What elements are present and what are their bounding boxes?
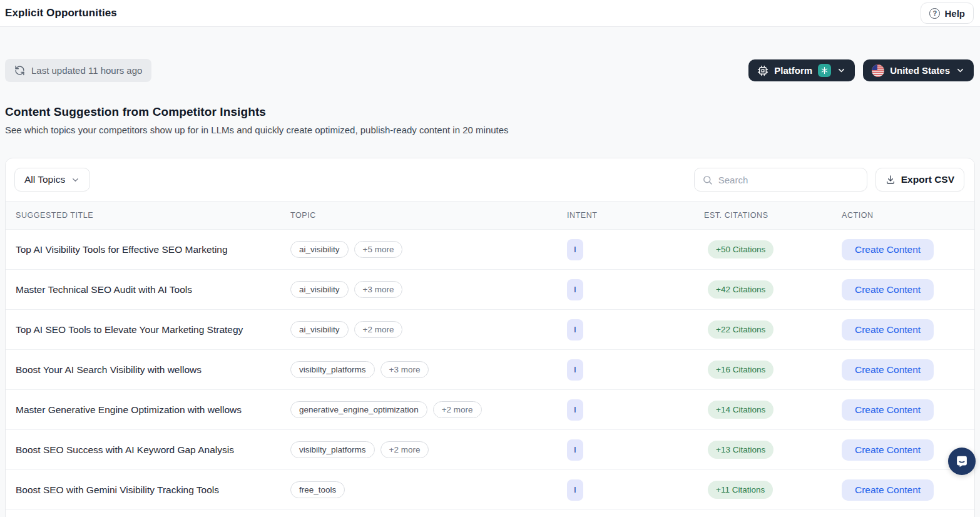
topics-filter-label: All Topics xyxy=(24,174,65,185)
topic-chip[interactable]: visibilty_platforms xyxy=(290,361,375,378)
search-input[interactable] xyxy=(718,175,859,185)
chat-launcher-button[interactable] xyxy=(948,448,976,475)
intent-badge: I xyxy=(567,439,583,461)
create-content-button[interactable]: Create Content xyxy=(842,399,934,421)
export-csv-label: Export CSV xyxy=(901,174,954,185)
region-label: United States xyxy=(890,65,950,76)
citations-badge: +42 Citations xyxy=(708,280,773,299)
page-title: Explicit Opportunities xyxy=(5,7,117,19)
section-title: Content Suggestion from Competitor Insig… xyxy=(5,105,975,119)
suggested-title: Master Generative Engine Optimization wi… xyxy=(16,404,290,416)
column-header-action: Action xyxy=(842,211,974,220)
suggested-title: Top AI Visibility Tools for Effective SE… xyxy=(16,244,290,255)
create-content-button[interactable]: Create Content xyxy=(842,319,934,340)
column-header-suggested-title: Suggested Title xyxy=(16,211,290,220)
topic-chip[interactable]: ai_visibility xyxy=(290,241,349,258)
intent-badge: I xyxy=(567,479,583,501)
column-header-topic: Topic xyxy=(290,211,567,220)
intent-badge: I xyxy=(567,359,583,381)
suggested-title: Boost Your AI Search Visibility with wel… xyxy=(16,364,290,376)
search-box xyxy=(694,168,867,192)
create-content-button[interactable]: Create Content xyxy=(842,439,934,461)
suggestions-card: All Topics Export CSV Suggested Title To… xyxy=(5,158,975,517)
chevron-down-icon xyxy=(837,66,846,75)
last-updated-label: Last updated 11 hours ago xyxy=(31,65,142,76)
platform-dropdown[interactable]: Platform xyxy=(748,59,855,81)
section-subtitle: See which topics your competitors show u… xyxy=(5,125,975,135)
refresh-icon xyxy=(14,65,25,76)
citations-badge: +14 Citations xyxy=(708,401,773,419)
table-row: Master Technical SEO Audit with AI Tools… xyxy=(6,270,974,310)
topic-more-chip[interactable]: +2 more xyxy=(380,441,429,458)
table-row: Boost SEO Success with AI Keyword Gap An… xyxy=(6,430,974,470)
cpu-icon xyxy=(757,65,768,76)
download-icon xyxy=(886,175,896,185)
create-content-button[interactable]: Create Content xyxy=(842,359,934,381)
create-content-button[interactable]: Create Content xyxy=(842,479,934,501)
help-label: Help xyxy=(944,8,965,19)
suggested-title: Boost SEO with Gemini Visibility Trackin… xyxy=(16,484,290,496)
platform-logo-icon xyxy=(818,64,831,77)
topic-more-chip[interactable]: +2 more xyxy=(433,401,482,418)
table-row: Boost SEO with Gemini Visibility Trackin… xyxy=(6,470,974,510)
topics-filter-dropdown[interactable]: All Topics xyxy=(14,168,90,192)
last-updated-refresh[interactable]: Last updated 11 hours ago xyxy=(5,59,151,82)
citations-badge: +16 Citations xyxy=(708,361,773,379)
suggested-title: Master Technical SEO Audit with AI Tools xyxy=(16,284,290,295)
platform-label: Platform xyxy=(774,65,812,76)
column-header-est-citations: Est. Citations xyxy=(704,211,842,220)
citations-badge: +50 Citations xyxy=(708,240,773,258)
top-bar: Explicit Opportunities ? Help xyxy=(0,0,980,27)
create-content-button[interactable]: Create Content xyxy=(842,239,934,260)
section-header: Content Suggestion from Competitor Insig… xyxy=(5,105,975,135)
us-flag-icon xyxy=(872,64,884,77)
topic-chip[interactable]: generative_engine_optimization xyxy=(290,401,427,418)
chevron-down-icon xyxy=(956,66,965,75)
main-content: Last updated 11 hours ago Platform Unite… xyxy=(0,59,980,517)
region-dropdown[interactable]: United States xyxy=(863,59,974,81)
intent-badge: I xyxy=(567,239,583,260)
intent-badge: I xyxy=(567,399,583,421)
table-row: Top AI Visibility Tools for Effective SE… xyxy=(6,230,974,270)
export-csv-button[interactable]: Export CSV xyxy=(875,168,964,192)
topic-chip[interactable]: ai_visibility xyxy=(290,281,349,298)
citations-badge: +13 Citations xyxy=(708,441,773,459)
table-row: Master Generative Engine Optimization wi… xyxy=(6,390,974,430)
intent-badge: I xyxy=(567,319,583,340)
topic-more-chip[interactable]: +2 more xyxy=(354,321,403,338)
create-content-button[interactable]: Create Content xyxy=(842,279,934,300)
column-header-intent: Intent xyxy=(567,211,704,220)
table-row: Boost Your AI Search Visibility with wel… xyxy=(6,350,974,390)
table-row: Top AI SEO Tools to Elevate Your Marketi… xyxy=(6,310,974,350)
suggested-title: Boost SEO Success with AI Keyword Gap An… xyxy=(16,444,290,456)
chevron-down-icon xyxy=(71,175,80,185)
topic-chip[interactable]: ai_visibility xyxy=(290,321,349,338)
table-header-row: Suggested Title Topic Intent Est. Citati… xyxy=(6,201,974,230)
suggested-title: Top AI SEO Tools to Elevate Your Marketi… xyxy=(16,324,290,335)
citations-badge: +22 Citations xyxy=(708,320,773,339)
help-button[interactable]: ? Help xyxy=(921,3,974,24)
search-icon xyxy=(702,175,713,185)
topic-more-chip[interactable]: +3 more xyxy=(354,281,403,298)
topic-chip[interactable]: visibilty_platforms xyxy=(290,441,375,458)
topic-more-chip[interactable]: +3 more xyxy=(380,361,429,378)
help-icon: ? xyxy=(929,8,940,19)
topic-chip[interactable]: free_tools xyxy=(290,481,345,498)
chat-bubble-icon xyxy=(955,454,969,468)
intent-badge: I xyxy=(567,279,583,300)
topic-more-chip[interactable]: +5 more xyxy=(354,241,403,258)
citations-badge: +11 Citations xyxy=(708,481,773,499)
